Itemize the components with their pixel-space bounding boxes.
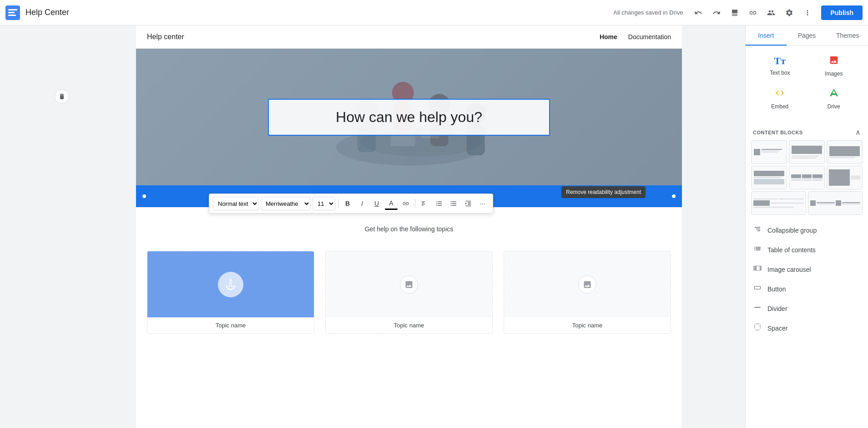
content-blocks-header: CONTENT BLOCKS ∧	[746, 122, 868, 140]
main-layout: Help center Home Documentation	[0, 25, 868, 428]
collapsible-label: Collapsible group	[767, 227, 817, 234]
embed-label: Embed	[771, 103, 788, 110]
nav-documentation[interactable]: Documentation	[628, 33, 671, 41]
blocks-grid	[746, 140, 868, 220]
table-of-contents-item[interactable]: Table of contents	[746, 240, 868, 260]
delete-section-button[interactable]	[55, 89, 69, 104]
bold-button[interactable]: B	[341, 197, 354, 210]
divider-label: Divider	[767, 305, 787, 312]
images-label: Images	[825, 71, 843, 77]
share-button[interactable]	[763, 5, 779, 21]
carousel-icon	[753, 264, 762, 275]
more-formatting-button[interactable]: ···	[476, 197, 489, 210]
collapsible-group-item[interactable]: Collapsible group	[746, 220, 868, 240]
block-thumb-4[interactable]	[751, 166, 787, 189]
carousel-label: Image carousel	[767, 266, 811, 273]
block-thumb-5[interactable]	[789, 166, 825, 189]
button-icon	[753, 284, 762, 294]
right-sidebar: Insert Pages Themes Tт Text box Images	[745, 25, 868, 428]
link-button[interactable]	[745, 5, 761, 21]
numbered-list-button[interactable]	[433, 197, 445, 210]
blocks-row-3	[751, 191, 863, 215]
banner-right-handle[interactable]	[671, 194, 676, 199]
banner-left-handle[interactable]	[141, 194, 147, 199]
topic-grid: Topic name Topic name	[147, 251, 671, 334]
text-box-icon: Tт	[774, 55, 786, 67]
collapsible-icon	[753, 225, 762, 235]
toc-icon	[753, 245, 762, 255]
italic-button[interactable]: I	[356, 197, 368, 210]
topic-label-2: Topic name	[326, 317, 492, 333]
drive-label: Drive	[828, 103, 840, 110]
svg-point-17	[230, 279, 232, 281]
topic-card-img-1	[147, 251, 314, 317]
divider-item[interactable]: Divider	[746, 299, 868, 318]
indent-button[interactable]	[462, 197, 474, 210]
app-logo	[5, 5, 20, 20]
topic-card-3[interactable]: Topic name	[504, 251, 671, 334]
insert-text-box[interactable]: Tт Text box	[753, 50, 807, 82]
font-size-select[interactable]: 11	[313, 197, 335, 210]
topic-card-img-2	[326, 251, 492, 317]
insert-drive[interactable]: Drive	[807, 82, 861, 115]
topic-placeholder-icon-3	[578, 275, 596, 294]
sidebar-list: Collapsible group Table of contents Imag…	[746, 220, 868, 338]
topbar: Help Center All changes saved in Drive P…	[0, 0, 868, 25]
block-thumb-1[interactable]	[751, 140, 787, 164]
text-style-select[interactable]: Normal text	[213, 197, 259, 210]
button-item[interactable]: Button	[746, 279, 868, 299]
preview-button[interactable]	[727, 5, 743, 21]
block-thumb-2[interactable]	[789, 140, 825, 164]
block-thumb-8[interactable]	[808, 191, 863, 215]
insert-embed[interactable]: Embed	[753, 82, 807, 115]
toolbar-sep-2	[415, 199, 415, 208]
insert-images[interactable]: Images	[807, 50, 861, 82]
block-thumb-6[interactable]	[827, 166, 863, 189]
block-thumb-7[interactable]	[751, 191, 806, 215]
topic-card-1[interactable]: Topic name	[147, 251, 314, 334]
insert-items-grid: Tт Text box Images Embed	[746, 46, 868, 122]
align-button[interactable]	[418, 197, 431, 210]
settings-button[interactable]	[781, 5, 797, 21]
save-status: All changes saved in Drive	[613, 9, 683, 16]
image-carousel-item[interactable]: Image carousel	[746, 260, 868, 279]
topic-icon-1	[218, 272, 243, 297]
bullet-list-button[interactable]	[447, 197, 460, 210]
spacer-item[interactable]: Spacer	[746, 318, 868, 338]
tab-insert[interactable]: Insert	[746, 25, 787, 46]
underline-button[interactable]: U	[370, 197, 383, 210]
svg-rect-3	[8, 15, 16, 16]
divider-icon	[753, 303, 762, 314]
content-blocks-title: CONTENT BLOCKS	[753, 130, 803, 135]
publish-button[interactable]: Publish	[821, 5, 863, 20]
site-logo: Help center	[147, 33, 184, 41]
tab-pages[interactable]: Pages	[787, 25, 828, 46]
collapse-blocks-button[interactable]: ∧	[855, 128, 861, 137]
drive-icon	[829, 88, 839, 101]
text-color-button[interactable]: A	[385, 197, 398, 210]
svg-rect-18	[754, 286, 761, 289]
nav-home[interactable]: Home	[600, 33, 617, 41]
topic-card-2[interactable]: Topic name	[325, 251, 493, 334]
hero-section: How can we help you?	[136, 49, 682, 185]
content-subtitle: Get help on the following topics	[147, 225, 671, 233]
canvas-area: Help center Home Documentation	[73, 25, 745, 428]
site-header: Help center Home Documentation	[136, 25, 682, 49]
tab-themes[interactable]: Themes	[827, 25, 868, 46]
redo-button[interactable]	[708, 5, 725, 21]
more-button[interactable]	[799, 5, 816, 21]
images-icon	[829, 55, 839, 68]
undo-button[interactable]	[690, 5, 707, 21]
remove-readability-tooltip: Remove readability adjustment	[561, 186, 646, 198]
toolbar-sep-1	[338, 199, 338, 208]
hero-search-box[interactable]: How can we help you?	[268, 99, 550, 136]
topic-label-1: Topic name	[147, 317, 314, 333]
font-select[interactable]: Merriweathe	[261, 197, 311, 210]
blocks-row-1	[751, 140, 863, 164]
app-title: Help Center	[25, 8, 316, 17]
block-thumb-3[interactable]	[827, 140, 863, 164]
topic-card-img-3	[504, 251, 671, 317]
text-box-label: Text box	[770, 70, 790, 76]
link-insert-button[interactable]	[399, 197, 412, 210]
topic-placeholder-icon-2	[400, 275, 418, 294]
